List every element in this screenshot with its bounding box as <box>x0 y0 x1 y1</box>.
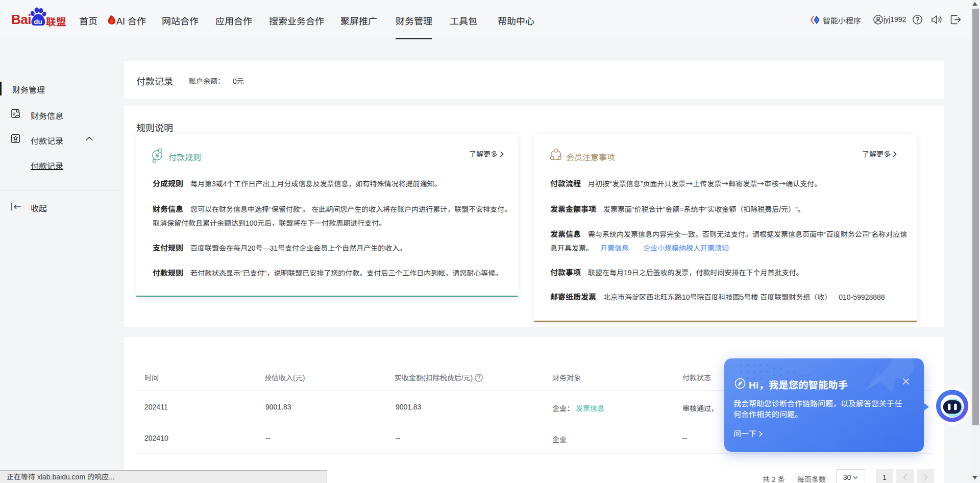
svg-text:du: du <box>34 18 42 26</box>
